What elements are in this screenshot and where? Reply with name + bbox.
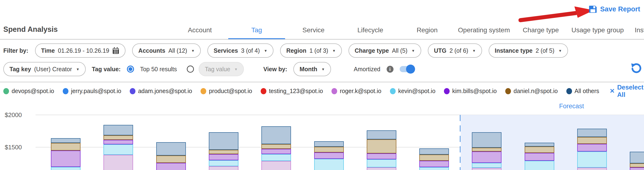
- info-icon[interactable]: i: [387, 66, 394, 73]
- bar-segment-all_others[interactable]: [156, 142, 186, 155]
- tab-tag[interactable]: Tag: [228, 21, 285, 39]
- bar-segment-daniel[interactable]: [314, 147, 344, 152]
- instance-type-filter-label: Instance type: [495, 47, 533, 54]
- bar-segment-all_others[interactable]: [577, 129, 607, 137]
- bar-segment-all_others[interactable]: [104, 125, 133, 135]
- bar-segment-all_others[interactable]: [209, 132, 238, 150]
- instance-type-filter[interactable]: Instance type2 (of 5)▼: [489, 43, 568, 58]
- bar-segment-daniel[interactable]: [367, 139, 396, 153]
- bar-segment-roger[interactable]: [104, 155, 133, 170]
- tab-service[interactable]: Service: [285, 21, 342, 39]
- bar-segment-kevin[interactable]: [577, 151, 607, 168]
- bar-segment-kevin[interactable]: [262, 154, 291, 161]
- tab-charge-type[interactable]: Charge type: [512, 21, 569, 39]
- bar-segment-daniel[interactable]: [209, 150, 238, 154]
- save-report-button[interactable]: Save Report: [588, 5, 640, 13]
- top-50-results-radio[interactable]: [127, 65, 134, 73]
- tab-account[interactable]: Account: [172, 21, 228, 39]
- legend-item-devops-spot-io[interactable]: devops@spot.io: [3, 88, 54, 95]
- bar-segment-kevin[interactable]: [419, 167, 449, 170]
- spend-chart: Forecast $2000$1500: [0, 100, 644, 170]
- bar-segment-kevin[interactable]: [472, 163, 502, 168]
- legend-item-label: All others: [575, 88, 599, 95]
- bar-segment-all_others[interactable]: [472, 132, 502, 148]
- tab-instance-type[interactable]: Instance type: [626, 21, 644, 39]
- bar-segment-kim[interactable]: [630, 167, 644, 170]
- bar-segment-daniel[interactable]: [51, 143, 80, 150]
- bar-segment-all_others[interactable]: [419, 148, 449, 154]
- chevron-down-icon: ▼: [332, 49, 336, 53]
- tag-value-radio[interactable]: [187, 65, 194, 73]
- bar-segment-kim[interactable]: [367, 153, 396, 159]
- tag-key-dropdown[interactable]: Tag key (User) Creator ▼: [3, 62, 86, 76]
- bar-segment-kevin[interactable]: [104, 144, 133, 155]
- bar-segment-daniel[interactable]: [419, 154, 449, 161]
- bar-segment-daniel[interactable]: [472, 148, 502, 151]
- reset-button[interactable]: [630, 63, 642, 74]
- bar-segment-kevin[interactable]: [525, 161, 554, 170]
- view-by-dropdown[interactable]: Month ▼: [293, 62, 331, 76]
- utg-filter[interactable]: UTG2 (of 6)▼: [428, 43, 482, 58]
- tab-usage-type-group[interactable]: Usage type group: [569, 21, 626, 39]
- bar-segment-kim[interactable]: [525, 153, 554, 161]
- bar-segment-kim[interactable]: [209, 154, 238, 160]
- bar-segment-daniel[interactable]: [630, 163, 644, 167]
- bar-segment-kim[interactable]: [577, 144, 607, 151]
- tab-operating-system[interactable]: Operating system: [456, 21, 512, 39]
- bar-segment-daniel[interactable]: [577, 137, 607, 144]
- filter-by-label: Filter by:: [3, 47, 28, 54]
- legend-item-jerry-pauls-spot-io[interactable]: jerry.pauls@spot.io: [63, 88, 122, 95]
- legend-dot: [63, 88, 68, 94]
- legend-item-all-others[interactable]: All others: [566, 88, 599, 95]
- legend-item-product-spot-io[interactable]: product@spot.io: [200, 88, 252, 95]
- bar-segment-kevin[interactable]: [367, 159, 396, 167]
- legend-item-adam-jones-spot-io[interactable]: adam.jones@spot.io: [130, 88, 192, 95]
- bar-segment-daniel[interactable]: [156, 155, 186, 163]
- bar-segment-roger[interactable]: [472, 168, 502, 170]
- bar-segment-roger[interactable]: [367, 167, 396, 170]
- tab-lifecycle[interactable]: Lifecycle: [342, 21, 399, 39]
- charge-type-filter[interactable]: Charge typeAll (5)▼: [348, 43, 421, 58]
- bar-segment-all_others[interactable]: [367, 130, 396, 139]
- bar-segment-kevin[interactable]: [209, 160, 238, 166]
- legend-item-roger-k-spot-io[interactable]: roger.k@spot.io: [332, 88, 381, 95]
- legend-item-kim-bills-spot-io[interactable]: kim.bills@spot.io: [444, 88, 497, 95]
- utg-filter-label: UTG: [434, 47, 446, 54]
- bar-segment-kim[interactable]: [156, 163, 186, 170]
- legend-item-kevin-spot-io[interactable]: kevin@spot.io: [390, 88, 436, 95]
- bar-segment-daniel[interactable]: [104, 135, 133, 140]
- services-filter[interactable]: Services3 (of 4)▼: [208, 43, 274, 58]
- bar-segment-roger[interactable]: [262, 161, 291, 170]
- bar-segment-kim[interactable]: [314, 152, 344, 159]
- accounts-filter-value: All (12): [168, 47, 187, 54]
- bar-segment-roger[interactable]: [209, 166, 238, 170]
- bar-segment-kevin[interactable]: [314, 159, 344, 170]
- bar-segment-all_others[interactable]: [51, 138, 80, 143]
- region-filter[interactable]: Region1 (of 3)▼: [280, 43, 342, 58]
- bar-segment-kim[interactable]: [472, 151, 502, 163]
- time-filter[interactable]: Time01.26.19 - 10.26.19: [35, 43, 126, 58]
- bar-segment-kim[interactable]: [262, 149, 291, 154]
- legend-item-label: daniel.n@spot.io: [514, 88, 558, 95]
- bar-segment-all_others[interactable]: [262, 126, 291, 144]
- bar-segment-kim[interactable]: [104, 140, 133, 144]
- bar-segment-kim[interactable]: [419, 161, 449, 167]
- bar-segment-all_others[interactable]: [525, 143, 554, 146]
- bar-segment-all_others[interactable]: [630, 152, 644, 163]
- legend-item-daniel-n-spot-io[interactable]: daniel.n@spot.io: [505, 88, 558, 95]
- bar-segment-kim[interactable]: [51, 150, 80, 167]
- bar-segment-all_others[interactable]: [314, 141, 344, 147]
- amortized-toggle[interactable]: [400, 66, 414, 72]
- legend-item-testing-123-spot-io[interactable]: testing_123@spot.io: [261, 88, 323, 95]
- tab-region[interactable]: Region: [399, 21, 456, 39]
- tag-key-value: (User) Creator: [34, 66, 72, 73]
- chevron-down-icon: ▼: [412, 49, 415, 53]
- accounts-filter[interactable]: AccountsAll (12)▼: [132, 43, 201, 58]
- chevron-down-icon: ▼: [472, 49, 476, 53]
- bar-segment-kevin[interactable]: [51, 167, 80, 170]
- bar-segment-daniel[interactable]: [525, 146, 554, 153]
- legend-dot: [261, 88, 266, 94]
- deselect-all-button[interactable]: ✕ Deselect All: [610, 84, 644, 99]
- bar-segment-daniel[interactable]: [262, 144, 291, 149]
- bar-segment-roger[interactable]: [577, 168, 607, 170]
